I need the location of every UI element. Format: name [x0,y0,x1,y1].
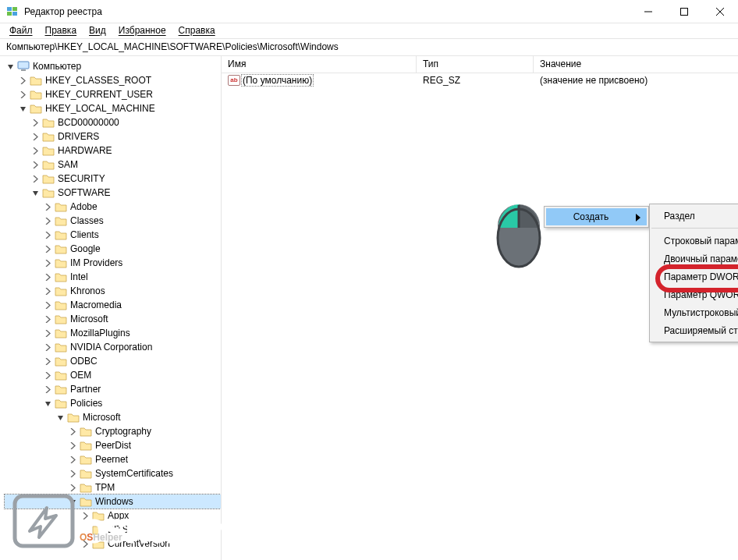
menu-help[interactable]: Справка [174,23,220,37]
list-header: Имя Тип Значение [222,56,738,73]
list-pane[interactable]: Имя Тип Значение ab (По умолчанию) REG_S… [222,56,738,560]
menu-view[interactable]: Вид [84,23,111,37]
menu-favorites[interactable]: Избранное [114,23,171,37]
expand-icon[interactable] [17,89,28,100]
tree-label: SAM [58,159,78,170]
ctx-item[interactable]: Расширяемый строковый параметр [650,321,738,339]
ctx-item[interactable]: Двоичный параметр [650,250,738,268]
expand-icon[interactable] [30,117,41,128]
tree-item[interactable]: Clients [5,228,221,242]
close-button[interactable] [702,0,738,23]
col-type[interactable]: Тип [417,56,534,73]
folder-icon [55,215,67,226]
folder-icon [30,75,42,86]
expand-icon[interactable] [67,468,78,479]
tree-item[interactable]: SAM [5,158,221,172]
svg-rect-0 [7,7,12,11]
tree-item[interactable]: SOFTWARE [5,186,221,200]
expand-icon[interactable] [17,75,28,86]
tree-item[interactable]: SECURITY [5,172,221,186]
ctx-item[interactable]: Мультистроковый параметр [650,303,738,321]
svg-rect-1 [12,7,17,11]
folder-icon [55,370,67,381]
tree-item[interactable]: Компьютер [5,59,221,73]
expand-icon[interactable] [42,384,53,395]
expand-icon[interactable] [42,314,53,324]
expand-icon[interactable] [55,412,66,423]
col-value[interactable]: Значение [534,56,738,73]
tree-item[interactable]: Intel [5,270,221,284]
svg-rect-8 [18,62,29,69]
tree-label: MozillaPlugins [70,328,130,338]
menu-edit[interactable]: Правка [41,23,82,37]
tree-item[interactable]: Cryptography [5,424,221,438]
tree-item[interactable]: Microsoft [5,410,221,424]
expand-icon[interactable] [42,243,53,254]
tree-item[interactable]: BCD00000000 [5,115,221,129]
tree-item[interactable]: Classes [5,214,221,228]
expand-icon[interactable] [5,61,16,72]
expand-icon[interactable] [42,257,53,268]
tree-item[interactable]: Peernet [5,452,221,466]
tree-item[interactable]: MozillaPlugins [5,326,221,340]
menu-file[interactable]: Файл [5,23,37,37]
expand-icon[interactable] [30,159,41,170]
tree-label: TPM [95,482,115,493]
folder-icon [42,159,55,170]
maximize-button[interactable] [666,0,702,23]
tree-item[interactable]: IM Providers [5,256,221,270]
expand-icon[interactable] [42,356,53,367]
tree-item[interactable]: HKEY_LOCAL_MACHINE [5,101,221,115]
expand-icon[interactable] [30,131,41,142]
tree-item[interactable]: DRIVERS [5,129,221,144]
ctx-item[interactable]: Параметр QWORD (64 бита) [650,285,738,303]
expand-icon[interactable] [67,440,78,451]
tree-item[interactable]: NVIDIA Corporation [5,340,221,354]
expand-icon[interactable] [42,328,53,338]
ctx-item[interactable]: Строковый параметр [650,232,738,250]
expand-icon[interactable] [42,370,53,381]
address-bar[interactable]: Компьютер\HKEY_LOCAL_MACHINE\SOFTWARE\Po… [0,39,738,56]
expand-icon[interactable] [67,426,78,437]
watermark-cursor-icon [11,492,76,552]
expand-icon[interactable] [67,454,78,465]
list-row[interactable]: ab (По умолчанию) REG_SZ (значение не пр… [222,73,738,87]
tree-item[interactable]: Partner [5,382,221,396]
tree-item[interactable]: HKEY_CURRENT_USER [5,87,221,101]
expand-icon[interactable] [17,103,28,114]
expand-icon[interactable] [42,201,53,212]
tree-item[interactable]: SystemCertificates [5,466,221,480]
row-type: REG_SZ [417,74,534,87]
expand-icon[interactable] [30,173,41,184]
ctx-create[interactable]: Создать [546,208,647,225]
expand-icon[interactable] [30,187,41,198]
tree-item[interactable]: Google [5,242,221,256]
tree-item[interactable]: Microsoft [5,312,221,326]
expand-icon[interactable] [42,285,53,296]
expand-icon[interactable] [42,398,53,409]
tree-item[interactable]: ODBC [5,354,221,368]
col-name[interactable]: Имя [222,56,417,73]
expand-icon[interactable] [42,342,53,353]
tree-item[interactable]: Macromedia [5,298,221,312]
expand-icon[interactable] [42,215,53,226]
expand-icon[interactable] [42,229,53,240]
ctx-item[interactable]: Раздел [650,207,738,225]
tree-item[interactable]: OEM [5,368,221,382]
title-bar: Редактор реестра [0,0,738,23]
tree-item[interactable]: HKEY_CLASSES_ROOT [5,73,221,87]
tree-item[interactable]: PeerDist [5,438,221,452]
expand-icon[interactable] [67,482,78,493]
minimize-button[interactable] [630,0,666,23]
tree-item[interactable]: Adobe [5,200,221,214]
expand-icon[interactable] [42,299,53,310]
expand-icon[interactable] [30,145,41,156]
folder-icon [80,482,92,493]
tree-item[interactable]: Khronos [5,284,221,298]
ctx-item[interactable]: Параметр DWORD (32 бита) [650,268,738,285]
tree-pane[interactable]: КомпьютерHKEY_CLASSES_ROOTHKEY_CURRENT_U… [0,56,222,560]
tree-item[interactable]: HARDWARE [5,144,221,158]
expand-icon[interactable] [42,271,53,282]
tree-label: BCD00000000 [58,117,119,128]
tree-item[interactable]: Policies [5,396,221,410]
